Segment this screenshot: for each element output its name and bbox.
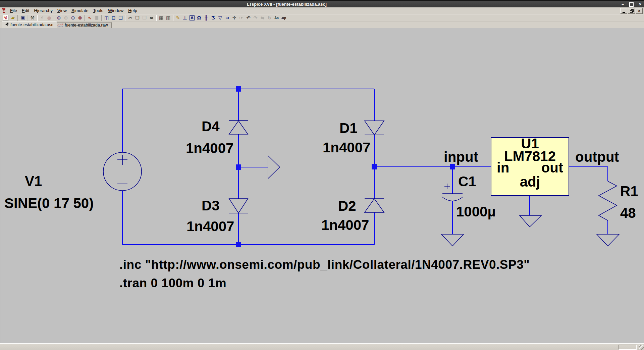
net-label-input[interactable]: input (444, 149, 478, 165)
d2-refdes[interactable]: D2 (338, 198, 356, 214)
u1-pin-out-label: out (541, 160, 563, 176)
toolbar-separator (85, 15, 85, 21)
d3-value[interactable]: 1n4007 (186, 218, 234, 234)
r1-refdes[interactable]: R1 (620, 183, 638, 199)
tab-schematic[interactable]: fuente-estabilizada.asc (2, 21, 57, 28)
drag-icon[interactable]: ☞ (238, 15, 245, 21)
control-panel-icon[interactable]: ⚒ (29, 15, 36, 21)
mdi-close-icon[interactable]: × (636, 8, 643, 14)
redo-icon[interactable]: ↷ (252, 15, 259, 21)
close-icon[interactable]: × (639, 1, 641, 7)
place-component-icon[interactable]: ⊃ (224, 15, 231, 21)
halt-simulation-icon[interactable]: ● (46, 15, 53, 21)
d2-value[interactable]: 1n4007 (321, 217, 369, 233)
resistor-r1[interactable] (599, 181, 617, 220)
ground-symbol-r1[interactable] (597, 234, 619, 246)
diode-d4[interactable] (229, 120, 248, 134)
toolbar-separator (54, 15, 54, 21)
r1-value[interactable]: 48 (620, 205, 636, 221)
mirror-icon[interactable]: ⇋ (259, 15, 266, 21)
print-preview-icon[interactable]: ▥ (165, 15, 172, 21)
window-title: LTspice XVII - [fuente-estabilizada.asc] (247, 1, 327, 7)
run-simulation-icon[interactable]: ⚡ (39, 15, 46, 21)
diode-d2[interactable] (365, 199, 384, 212)
mdi-minimize-icon[interactable] (620, 8, 627, 14)
print-icon[interactable]: ▦ (158, 15, 165, 21)
mdi-restore-icon[interactable] (628, 8, 635, 14)
spice-netlist-icon[interactable]: ≣ (93, 15, 100, 21)
tile-horizontally-icon[interactable]: ⊟ (110, 15, 117, 21)
menu-edit[interactable]: Edit (19, 7, 32, 14)
net-label-output[interactable]: output (575, 149, 619, 165)
d3-refdes[interactable]: D3 (202, 198, 220, 213)
voltage-source-v1[interactable] (103, 152, 142, 191)
spice-directive-icon[interactable]: .op (280, 15, 287, 21)
rotate-icon[interactable]: ↻ (266, 15, 273, 21)
spice-directive-tran[interactable]: .tran 0 100m 0 1m (119, 276, 226, 290)
place-capacitor-icon[interactable]: ╫ (203, 15, 210, 21)
tab-waveform[interactable]: fuente-estabilizada.raw (55, 22, 112, 28)
undo-icon[interactable]: ↶ (245, 15, 252, 21)
text-tool-icon[interactable]: Aa (273, 15, 280, 21)
diode-d1[interactable] (365, 121, 384, 135)
copy-icon[interactable]: ❐ (134, 15, 141, 21)
place-diode-icon[interactable]: ▽ (217, 15, 224, 21)
ground-symbol-c1[interactable] (441, 234, 464, 246)
spice-directive-include[interactable]: .inc "http://www.onsemi.com/pub_link/Col… (119, 258, 530, 271)
d4-refdes[interactable]: D4 (202, 118, 220, 134)
menu-hierarchy[interactable]: Hierarchy (32, 7, 55, 14)
statusbar-cell (619, 345, 637, 350)
cut-icon[interactable]: ✂ (127, 15, 134, 21)
toolbar-separator (173, 15, 173, 21)
menu-view[interactable]: View (55, 7, 69, 14)
ltspice-wine-glass-icon (2, 8, 6, 13)
regulator-u1[interactable]: U1 LM7812 in out adj (491, 136, 569, 196)
menu-help[interactable]: Help (126, 7, 140, 14)
ground-symbol-bridge[interactable] (268, 156, 280, 179)
place-inductor-icon[interactable]: Ʒ (210, 15, 217, 21)
menu-file[interactable]: File (8, 7, 19, 14)
zoom-region-icon[interactable]: ⊙ (62, 15, 69, 21)
diode-d3[interactable] (229, 199, 248, 213)
waveform-icon (57, 23, 63, 28)
c1-value[interactable]: 1000µ (456, 204, 496, 219)
c1-refdes[interactable]: C1 (458, 173, 476, 189)
save-icon[interactable]: ▣ (19, 15, 26, 21)
toolbar-separator (17, 15, 18, 21)
ltspice-window: LTspice XVII - [fuente-estabilizada.asc]… (0, 0, 644, 350)
toolbar-separator (27, 15, 28, 21)
tile-vertically-icon[interactable]: ◫ (103, 15, 110, 21)
d1-value[interactable]: 1n4007 (323, 140, 370, 155)
paste-icon[interactable]: ❒ (141, 15, 148, 21)
titlebar[interactable]: LTspice XVII - [fuente-estabilizada.asc]… (0, 1, 644, 7)
maximize-icon[interactable] (629, 2, 634, 7)
u1-pin-adj-label: adj (520, 174, 540, 190)
plot-pane-icon[interactable]: ∿ (86, 15, 93, 21)
place-ground-icon[interactable]: ⊥ (181, 15, 189, 21)
find-icon[interactable]: ∞ (148, 15, 155, 21)
draw-wire-icon[interactable]: ✎ (174, 15, 181, 21)
menu-window[interactable]: Window (106, 7, 126, 14)
menu-tools[interactable]: Tools (91, 7, 106, 14)
resize-grip[interactable] (639, 345, 644, 350)
new-schematic-icon[interactable]: ↯ (3, 15, 8, 21)
menubar: FileEditHierarchyViewSimulateToolsWindow… (0, 7, 644, 14)
place-resistor-icon[interactable]: Ω (196, 15, 203, 21)
schematic-cursor-icon (4, 22, 9, 28)
minimize-icon[interactable]: – (622, 1, 624, 7)
cascade-windows-icon[interactable]: ❏ (117, 15, 124, 21)
menu-simulate[interactable]: Simulate (69, 7, 91, 14)
ground-symbol-adj[interactable] (520, 215, 541, 227)
v1-refdes[interactable]: V1 (25, 173, 42, 189)
d1-refdes[interactable]: D1 (339, 120, 358, 136)
move-icon[interactable]: ✛ (231, 15, 238, 21)
place-net-label-icon[interactable]: A (190, 15, 195, 20)
toolbar-separator (125, 15, 126, 21)
zoom-full-extents-icon[interactable]: ⊗ (76, 15, 84, 21)
zoom-out-icon[interactable]: ⊖ (69, 15, 76, 21)
zoom-in-icon[interactable]: ⊕ (55, 15, 62, 21)
v1-value[interactable]: SINE(0 17 50) (4, 195, 94, 211)
open-file-icon[interactable]: ▰ (9, 15, 16, 21)
d4-value[interactable]: 1n4007 (186, 140, 233, 156)
schematic-canvas[interactable]: U1 LM7812 in out adj V1 SINE(0 17 50) D4… (0, 28, 644, 343)
